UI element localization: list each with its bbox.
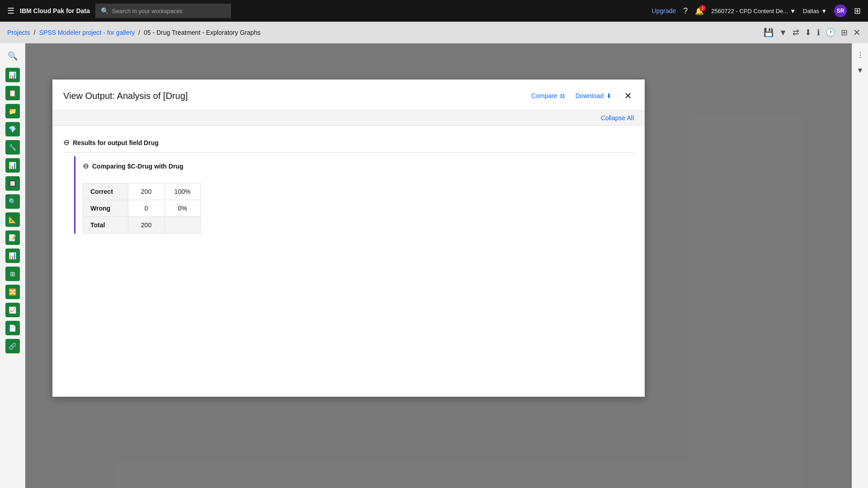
panel-chevron-down-icon[interactable]: ▼ [857, 63, 864, 78]
sidebar-item-tables[interactable]: 📊 [5, 158, 20, 173]
sidebar-item-reports[interactable]: 📋 [5, 86, 20, 100]
breadcrumb-sep-1: / [34, 29, 36, 36]
row-value1-total: 200 [128, 217, 165, 234]
account-name: 2560722 - CPD Content De... [711, 8, 788, 14]
row-label-wrong: Wrong [83, 200, 128, 217]
collapse-all-button[interactable]: Collapse All [601, 114, 634, 122]
compare-button[interactable]: Compare ⧉ [531, 92, 565, 100]
info-icon[interactable]: ℹ [817, 28, 820, 38]
close-icon[interactable]: ✕ [853, 27, 861, 38]
download-label: Download [576, 92, 604, 99]
content-area: View Output: Analysis of [Drug] Compare … [25, 43, 852, 488]
main-layout: 🔍 📊 📋 📁 💎 🔧 📊 🔲 🔍 📐 📝 📊 ⊞ 🔀 📈 📄 🔗 View O… [0, 43, 868, 488]
breadcrumb-actions: 💾 ▼ ⇄ ⬇ ℹ 🕐 ⊞ ✕ [764, 27, 861, 38]
chevron-down-icon[interactable]: ▼ [779, 28, 787, 38]
analysis-table-wrapper: Correct 200 100% Wrong 0 0% [83, 183, 634, 234]
sidebar-item-models[interactable]: 💎 [5, 122, 20, 136]
transfer-icon[interactable]: ⇄ [793, 28, 799, 38]
breadcrumb-project-name[interactable]: SPSS Modeler project - for gallery [39, 29, 135, 36]
analysis-table: Correct 200 100% Wrong 0 0% [83, 183, 201, 234]
breadcrumb: Projects / SPSS Modeler project - for ga… [7, 29, 260, 36]
top-navigation: ☰ IBM Cloud Pak for Data 🔍 Search in you… [0, 0, 868, 22]
row-value1-correct: 200 [128, 183, 165, 200]
search-icon: 🔍 [101, 7, 108, 14]
view-output-modal: View Output: Analysis of [Drug] Compare … [52, 80, 645, 397]
compare-icon: ⧉ [560, 92, 565, 100]
table-row-wrong: Wrong 0 0% [83, 200, 201, 217]
download-icon[interactable]: ⬇ [805, 28, 811, 38]
hamburger-menu-icon[interactable]: ☰ [7, 6, 14, 16]
modal-toolbar: Collapse All [52, 111, 645, 126]
download-icon: ⬇ [606, 92, 612, 99]
sidebar: 🔍 📊 📋 📁 💎 🔧 📊 🔲 🔍 📐 📝 📊 ⊞ 🔀 📈 📄 🔗 [0, 43, 25, 488]
global-search[interactable]: 🔍 Search in your workspaces [95, 4, 231, 18]
breadcrumb-current: 05 - Drug Treatment - Exploratory Graphs [144, 29, 260, 36]
search-placeholder: Search in your workspaces [112, 8, 183, 14]
sidebar-item-tools[interactable]: 🔧 [5, 140, 20, 155]
section-collapse-icon: ⊖ [63, 138, 69, 147]
row-value2-wrong: 0% [165, 200, 201, 217]
modal-header-actions: Compare ⧉ Download ⬇ ✕ [531, 89, 634, 103]
help-icon[interactable]: ? [683, 6, 688, 16]
app-title: IBM Cloud Pak for Data [20, 7, 90, 14]
sidebar-item-files[interactable]: 📁 [5, 104, 20, 118]
results-section-label: Results for output field Drug [73, 139, 159, 146]
row-value1-wrong: 0 [128, 200, 165, 217]
history-icon[interactable]: 🕐 [826, 28, 835, 38]
sidebar-item-output[interactable]: 📄 [5, 321, 20, 335]
region-switcher[interactable]: Dallas ▼ [803, 8, 827, 14]
compare-label: Compare [531, 92, 557, 99]
sub-section-header[interactable]: ⊖ Comparing $C-Drug with Drug [83, 156, 634, 176]
breadcrumb-sep-2: / [138, 29, 140, 36]
modal-body: ⊖ Results for output field Drug ⊖ Compar… [52, 126, 645, 397]
region-chevron-icon: ▼ [821, 8, 827, 14]
user-avatar[interactable]: SR [834, 5, 847, 17]
sidebar-item-select[interactable]: 📊 [5, 249, 20, 263]
sidebar-item-type[interactable]: 📝 [5, 230, 20, 245]
upgrade-button[interactable]: Upgrade [652, 7, 676, 14]
modal-overlay: View Output: Analysis of [Drug] Compare … [25, 43, 852, 488]
sidebar-item-merge[interactable]: 🔀 [5, 285, 20, 299]
sub-section: ⊖ Comparing $C-Drug with Drug Correct [74, 156, 634, 234]
nav-right: Upgrade ? 🔔 1 2560722 - CPD Content De..… [652, 5, 861, 17]
sidebar-item-rfe[interactable]: 📈 [5, 303, 20, 317]
account-chevron-icon: ▼ [790, 8, 796, 14]
modal-scroll-content: ⊖ Results for output field Drug ⊖ Compar… [52, 126, 645, 248]
modal-header: View Output: Analysis of [Drug] Compare … [52, 80, 645, 111]
panel-more-icon[interactable]: ⋮ [857, 47, 864, 63]
notifications-icon[interactable]: 🔔 1 [695, 7, 704, 15]
breadcrumb-projects[interactable]: Projects [7, 29, 30, 36]
table-row-correct: Correct 200 100% [83, 183, 201, 200]
download-button[interactable]: Download ⬇ [576, 92, 612, 99]
region-name: Dallas [803, 8, 819, 14]
sub-section-collapse-icon: ⊖ [83, 162, 89, 170]
save-icon[interactable]: 💾 [764, 28, 774, 38]
row-label-correct: Correct [83, 183, 128, 200]
sidebar-item-search[interactable]: 🔍 [4, 47, 22, 65]
sidebar-item-insights[interactable]: 📊 [5, 68, 20, 82]
breadcrumb-bar: Projects / SPSS Modeler project - for ga… [0, 22, 868, 43]
table-row-total: Total 200 [83, 217, 201, 234]
sidebar-item-analysis[interactable]: 🔍 [5, 194, 20, 209]
row-label-total: Total [83, 217, 128, 234]
row-value2-correct: 100% [165, 183, 201, 200]
modal-title: View Output: Analysis of [Drug] [63, 91, 188, 101]
sub-section-label: Comparing $C-Drug with Drug [92, 163, 183, 170]
app-grid-icon[interactable]: ⊞ [854, 6, 861, 16]
account-switcher[interactable]: 2560722 - CPD Content De... ▼ [711, 8, 796, 14]
results-section-header[interactable]: ⊖ Results for output field Drug [63, 133, 634, 153]
sidebar-item-script[interactable]: 🔗 [5, 339, 20, 353]
sidebar-item-matrix[interactable]: ⊞ [5, 267, 20, 281]
right-panel: ⋮ ▼ [852, 43, 868, 488]
modal-close-button[interactable]: ✕ [623, 89, 634, 103]
sidebar-item-nodes[interactable]: 🔲 [5, 176, 20, 191]
nav-left: ☰ IBM Cloud Pak for Data 🔍 Search in you… [7, 4, 645, 18]
sidebar-item-derive[interactable]: 📐 [5, 212, 20, 227]
row-value2-total [165, 217, 201, 234]
notification-badge: 1 [699, 5, 706, 11]
apps-icon[interactable]: ⊞ [841, 28, 848, 38]
